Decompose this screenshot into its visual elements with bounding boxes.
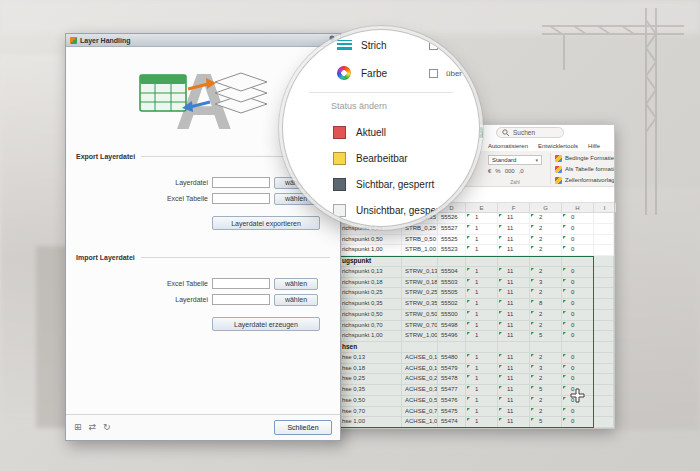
cell-value[interactable]: 0	[562, 353, 594, 364]
cell-layer-code[interactable]: STRW_0,18	[402, 278, 438, 289]
cell-layer-number[interactable]: 55527	[438, 224, 466, 235]
refresh-tool-icon[interactable]: ↻	[103, 423, 111, 432]
cell-layer-number[interactable]: 55476	[438, 396, 466, 407]
cell-value[interactable]: 2	[530, 224, 562, 235]
cell-layer-name[interactable]: richspunkt 0,18	[332, 278, 402, 289]
cell-layer-code[interactable]: ACHSE_0,18	[402, 364, 438, 375]
sheet-row[interactable]: hse 0,70ACHSE_0,705547511120	[332, 407, 614, 418]
cell-layer-code[interactable]: STRW_1,00	[402, 331, 438, 342]
cell-empty[interactable]	[594, 396, 614, 407]
cell-layer-number[interactable]: 55474	[438, 417, 466, 428]
cell-layer-number[interactable]: 55477	[438, 385, 466, 396]
cell-empty[interactable]	[594, 342, 614, 353]
cell-layer-code[interactable]: STRB_0,25	[402, 224, 438, 235]
cell-layer-name[interactable]: richspunkt 0,70	[332, 321, 402, 332]
cell-value[interactable]: 3	[530, 364, 562, 375]
cell-value[interactable]: 2	[530, 310, 562, 321]
cell-layer-number[interactable]: 55523	[438, 245, 466, 256]
cell-layer-name[interactable]: hse 0,25	[332, 374, 402, 385]
cell-value[interactable]: 11	[498, 213, 530, 224]
cell-styles-button[interactable]: Zellenformatvorlagen▾	[555, 175, 614, 185]
cell-value[interactable]	[530, 342, 562, 353]
cell-value[interactable]: 1	[466, 396, 498, 407]
cell-value[interactable]: 0	[562, 374, 594, 385]
number-style-icon[interactable]: €	[488, 168, 491, 174]
cell-value[interactable]: 2	[530, 288, 562, 299]
cell-value[interactable]	[498, 256, 530, 267]
sheet-row[interactable]: richspunkt 0,25STRW_0,255550511120	[332, 288, 614, 299]
window-tool-icon[interactable]: ⊞	[74, 423, 82, 432]
cell-value[interactable]: 0	[562, 417, 594, 428]
cell-layer-number[interactable]: 55478	[438, 374, 466, 385]
cell-empty[interactable]	[594, 256, 614, 267]
cell-value[interactable]: 11	[498, 288, 530, 299]
number-style-icon[interactable]: 000	[505, 168, 515, 174]
cell-value[interactable]: 1	[466, 385, 498, 396]
cell-layer-name[interactable]: hse 0,13	[332, 353, 402, 364]
cell-empty[interactable]	[594, 310, 614, 321]
cell-value[interactable]: 1	[466, 407, 498, 418]
cell-value[interactable]: 8	[530, 299, 562, 310]
cell-value[interactable]: 1	[466, 310, 498, 321]
cell-value[interactable]: 1	[466, 213, 498, 224]
cell-value[interactable]: 11	[498, 267, 530, 278]
cell-layer-code[interactable]: ACHSE_1,00	[402, 417, 438, 428]
cell-layer-number[interactable]: 55500	[438, 310, 466, 321]
cell-value[interactable]: 0	[562, 288, 594, 299]
cell-value[interactable]	[498, 342, 530, 353]
cell-value[interactable]: 1	[466, 267, 498, 278]
cell-layer-number[interactable]: 55504	[438, 267, 466, 278]
cell-layer-code[interactable]: STRW_0,35	[402, 299, 438, 310]
cell-layer-number[interactable]: 55502	[438, 299, 466, 310]
cell-layer-name[interactable]: hse 1,00	[332, 417, 402, 428]
cell-value[interactable]: 1	[466, 331, 498, 342]
cell-value[interactable]: 1	[466, 321, 498, 332]
cell-value[interactable]: 0	[562, 213, 594, 224]
cell-empty[interactable]	[594, 407, 614, 418]
cell-empty[interactable]	[594, 235, 614, 246]
column-header-G[interactable]: G	[530, 203, 562, 212]
cell-value[interactable]: 1	[466, 278, 498, 289]
cell-empty[interactable]	[594, 353, 614, 364]
column-header-I[interactable]: I	[594, 203, 616, 212]
cell-value[interactable]: 1	[466, 353, 498, 364]
cell-value[interactable]: 0	[562, 245, 594, 256]
cell-layer-name[interactable]: hse 0,18	[332, 364, 402, 375]
cell-value[interactable]: 2	[530, 245, 562, 256]
cell-layer-name[interactable]: ugspunkt	[332, 256, 402, 267]
status-item-aktuell[interactable]: Aktuell	[333, 125, 386, 139]
sheet-row[interactable]: richspunkt 0,18STRW_0,185550311130	[332, 278, 614, 289]
stroke-checkbox[interactable]	[429, 41, 438, 50]
layerdatei-input[interactable]	[212, 177, 270, 188]
cell-value[interactable]	[530, 256, 562, 267]
cell-value[interactable]: 11	[498, 278, 530, 289]
cell-layer-number[interactable]	[438, 256, 466, 267]
cell-layer-code[interactable]: ACHSE_0,13	[402, 353, 438, 364]
cell-layer-name[interactable]: hse 0,70	[332, 407, 402, 418]
status-item-bearbeitbar[interactable]: Bearbeitbar	[333, 151, 408, 165]
choose-file-button[interactable]: wählen	[274, 278, 318, 290]
cell-value[interactable]: 0	[562, 278, 594, 289]
cell-value[interactable]: 11	[498, 235, 530, 246]
cell-value[interactable]: 0	[562, 321, 594, 332]
cell-value[interactable]: 1	[466, 235, 498, 246]
cell-value[interactable]: 2	[530, 213, 562, 224]
status-item-sichtbar-gesperrt[interactable]: Sichtbar, gesperrt	[333, 177, 434, 191]
sheet-row[interactable]: ugspunkt	[332, 256, 614, 267]
cell-layer-code[interactable]	[402, 256, 438, 267]
choose-file-button[interactable]: wählen	[274, 294, 318, 306]
cell-layer-number[interactable]	[438, 342, 466, 353]
cell-empty[interactable]	[594, 374, 614, 385]
sheet-row[interactable]: richspunkt 1,00STRB_1,005552311120	[332, 245, 614, 256]
cell-value[interactable]: 1	[466, 417, 498, 428]
cell-layer-number[interactable]: 55505	[438, 288, 466, 299]
cell-value[interactable]: 11	[498, 331, 530, 342]
cell-value[interactable]	[466, 256, 498, 267]
cell-value[interactable]: 11	[498, 396, 530, 407]
cell-value[interactable]: 1	[466, 245, 498, 256]
sheet-row[interactable]: hse 0,13ACHSE_0,135548011120	[332, 353, 614, 364]
cell-value[interactable]: 11	[498, 385, 530, 396]
cell-value[interactable]: 11	[498, 224, 530, 235]
excel-tabelle-input[interactable]	[212, 193, 270, 204]
cell-value[interactable]: 2	[530, 267, 562, 278]
